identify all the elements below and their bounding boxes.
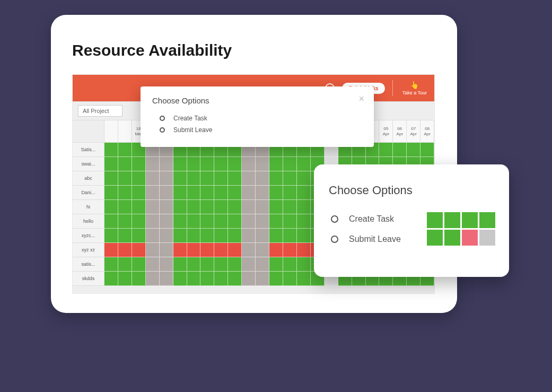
take-tour-button[interactable]: 👆 Take a Tour (400, 81, 429, 95)
availability-cell[interactable] (407, 143, 420, 157)
availability-cell[interactable] (118, 200, 132, 214)
availability-cell[interactable] (160, 171, 173, 186)
resource-name-cell[interactable]: skdds (73, 272, 104, 286)
resource-name-cell[interactable]: abc (73, 171, 104, 186)
availability-cell[interactable] (214, 186, 228, 200)
availability-cell[interactable] (118, 157, 132, 171)
project-filter-select[interactable]: All Project (78, 105, 122, 117)
availability-cell[interactable] (146, 214, 160, 229)
availability-cell[interactable] (214, 171, 228, 186)
availability-cell[interactable] (297, 200, 311, 214)
resource-name-cell[interactable]: hello (73, 214, 104, 229)
availability-cell[interactable] (297, 257, 311, 272)
availability-cell[interactable] (256, 214, 269, 229)
availability-cell[interactable] (104, 257, 118, 272)
availability-cell[interactable] (228, 186, 242, 200)
availability-cell[interactable] (297, 157, 311, 171)
availability-cell[interactable] (132, 157, 146, 171)
availability-cell[interactable] (200, 186, 214, 200)
availability-cell[interactable] (242, 229, 256, 243)
availability-cell[interactable] (104, 214, 118, 229)
availability-cell[interactable] (200, 257, 214, 272)
availability-cell[interactable] (214, 214, 228, 229)
availability-cell[interactable] (146, 257, 160, 272)
availability-cell[interactable] (283, 186, 297, 200)
availability-cell[interactable] (132, 243, 146, 257)
availability-cell[interactable] (283, 157, 297, 171)
availability-cell[interactable] (283, 272, 297, 286)
close-icon[interactable]: × (358, 94, 364, 103)
availability-cell[interactable] (214, 272, 228, 286)
availability-cell[interactable] (420, 143, 434, 157)
availability-cell[interactable] (297, 272, 311, 286)
availability-cell[interactable] (297, 229, 311, 243)
availability-cell[interactable] (283, 243, 297, 257)
resource-name-cell[interactable]: Satis... (73, 143, 104, 157)
availability-cell[interactable] (146, 200, 160, 214)
availability-cell[interactable] (160, 272, 173, 286)
availability-cell[interactable] (160, 243, 173, 257)
availability-cell[interactable] (256, 157, 269, 171)
resource-name-cell[interactable]: swai... (73, 157, 104, 171)
availability-cell[interactable] (187, 171, 201, 186)
availability-cell[interactable] (104, 157, 118, 171)
availability-cell[interactable] (269, 214, 283, 229)
availability-cell[interactable] (104, 272, 118, 286)
availability-cell[interactable] (146, 243, 160, 257)
availability-cell[interactable] (269, 200, 283, 214)
availability-cell[interactable] (242, 243, 256, 257)
availability-cell[interactable] (146, 157, 160, 171)
availability-cell[interactable] (200, 214, 214, 229)
availability-cell[interactable] (146, 186, 160, 200)
availability-cell[interactable] (200, 157, 214, 171)
availability-cell[interactable] (214, 200, 228, 214)
availability-cell[interactable] (104, 243, 118, 257)
resource-name-cell[interactable]: hi (73, 200, 104, 214)
availability-cell[interactable] (173, 200, 187, 214)
availability-cell[interactable] (269, 257, 283, 272)
availability-cell[interactable] (242, 171, 256, 186)
availability-cell[interactable] (118, 186, 132, 200)
availability-cell[interactable] (242, 200, 256, 214)
availability-cell[interactable] (214, 257, 228, 272)
availability-cell[interactable] (132, 272, 146, 286)
availability-cell[interactable] (200, 272, 214, 286)
option-create-task[interactable]: Create Task (152, 112, 362, 124)
availability-cell[interactable] (104, 229, 118, 243)
availability-cell[interactable] (256, 200, 269, 214)
availability-cell[interactable] (256, 186, 269, 200)
availability-cell[interactable] (228, 171, 242, 186)
availability-cell[interactable] (283, 214, 297, 229)
availability-cell[interactable] (269, 229, 283, 243)
availability-cell[interactable] (132, 257, 146, 272)
availability-cell[interactable] (256, 171, 269, 186)
availability-cell[interactable] (118, 243, 132, 257)
availability-cell[interactable] (160, 214, 173, 229)
availability-cell[interactable] (200, 171, 214, 186)
availability-cell[interactable] (256, 272, 269, 286)
availability-cell[interactable] (132, 171, 146, 186)
availability-cell[interactable] (187, 272, 201, 286)
availability-cell[interactable] (173, 229, 187, 243)
availability-cell[interactable] (242, 186, 256, 200)
availability-cell[interactable] (173, 186, 187, 200)
availability-cell[interactable] (214, 157, 228, 171)
availability-cell[interactable] (104, 186, 118, 200)
availability-cell[interactable] (160, 257, 173, 272)
availability-cell[interactable] (187, 157, 201, 171)
availability-cell[interactable] (269, 186, 283, 200)
availability-cell[interactable] (146, 272, 160, 286)
availability-cell[interactable] (173, 214, 187, 229)
availability-cell[interactable] (132, 200, 146, 214)
availability-cell[interactable] (228, 272, 242, 286)
availability-cell[interactable] (118, 229, 132, 243)
availability-cell[interactable] (173, 171, 187, 186)
availability-cell[interactable] (242, 157, 256, 171)
availability-cell[interactable] (104, 200, 118, 214)
availability-cell[interactable] (228, 243, 242, 257)
availability-cell[interactable] (242, 257, 256, 272)
availability-cell[interactable] (118, 214, 132, 229)
availability-cell[interactable] (283, 257, 297, 272)
availability-cell[interactable] (160, 157, 173, 171)
availability-cell[interactable] (118, 272, 132, 286)
